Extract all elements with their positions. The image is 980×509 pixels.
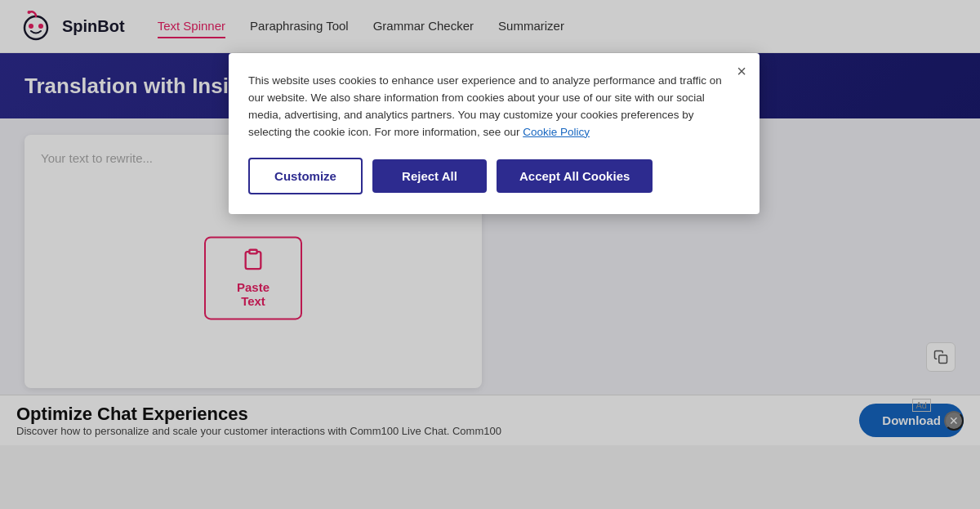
reject-all-button[interactable]: Reject All bbox=[372, 159, 487, 193]
cookie-consent-modal: × This website uses cookies to enhance u… bbox=[229, 53, 760, 214]
accept-all-cookies-button[interactable]: Accept All Cookies bbox=[497, 159, 653, 193]
customize-button[interactable]: Customize bbox=[248, 158, 363, 194]
cookie-buttons: Customize Reject All Accept All Cookies bbox=[248, 158, 740, 194]
cookie-close-button[interactable]: × bbox=[737, 63, 746, 79]
cookie-body-text: This website uses cookies to enhance use… bbox=[248, 73, 740, 141]
cookie-policy-link[interactable]: Cookie Policy bbox=[523, 126, 590, 138]
